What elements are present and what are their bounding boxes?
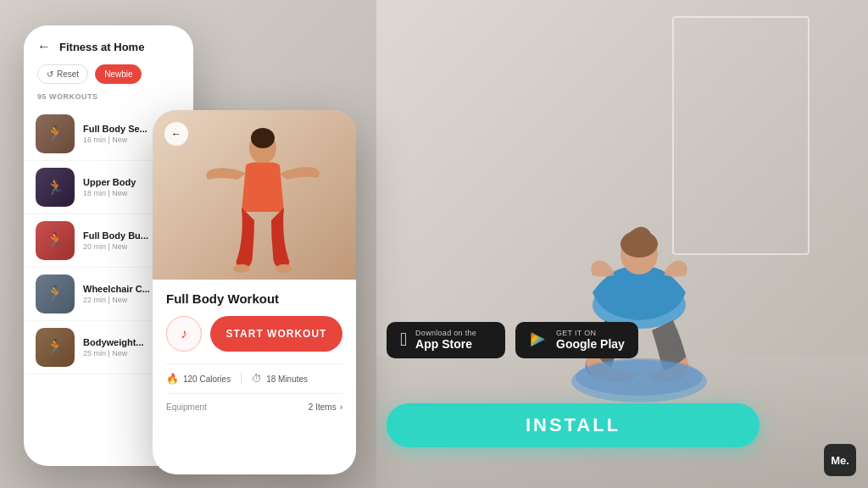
svg-point-11 [233,264,250,273]
store-buttons-container:  Download on the App Store [387,322,638,358]
duration-value: 18 Minutes [266,374,308,384]
install-button[interactable]: INSTALL [387,403,760,447]
workout-thumbnail: 🏃 [36,328,75,367]
chevron-right-icon: › [340,402,342,412]
svg-marker-14 [531,334,544,347]
svg-point-5 [620,230,658,258]
music-button[interactable]: ♪ [166,316,202,352]
svg-point-12 [275,264,292,273]
workouts-count: 95 WORKOUTS [24,92,193,108]
phone2-content: Full Body Workout ♪ START WORKOUT 🔥 120 … [153,280,356,424]
google-play-name: Google Play [556,337,625,352]
start-workout-button[interactable]: START WORKOUT [210,316,342,352]
apple-icon:  [400,329,407,351]
equipment-row[interactable]: Equipment 2 Items › [166,402,342,412]
equipment-label: Equipment [166,402,207,412]
calories-value: 120 Calories [183,374,231,384]
google-play-text: GET IT ON Google Play [556,329,625,352]
equipment-value-row[interactable]: 2 Items › [309,402,342,412]
google-play-button[interactable]: GET IT ON Google Play [515,322,638,358]
reset-label: Reset [57,69,79,79]
clock-icon: ⏱ [252,373,262,385]
hero-image: ← [153,110,356,280]
svg-point-7 [576,358,703,396]
app-store-sub: Download on the [415,329,476,337]
app-store-name: App Store [415,337,476,352]
music-icon: ♪ [181,326,187,341]
duration-stat: ⏱ 18 Minutes [252,373,308,385]
store-row:  Download on the App Store [387,322,638,358]
workout-thumbnail: 🏃 [36,221,75,260]
filter-row: ↺ Reset Newbie [24,61,193,92]
back-icon: ← [171,128,181,140]
calories-stat: 🔥 120 Calories [166,373,231,385]
phone2-back-button[interactable]: ← [164,122,188,146]
reset-filter-button[interactable]: ↺ Reset [37,64,88,84]
workout-title: Full Body Workout [166,291,342,306]
reset-icon: ↺ [47,69,53,79]
phone1-title: Fitness at Home [59,41,144,53]
newbie-filter-button[interactable]: Newbie [95,64,142,84]
phone1-header: ← Fitness at Home [24,25,193,61]
app-store-text: Download on the App Store [415,329,476,352]
app-store-button[interactable]:  Download on the App Store [387,322,505,358]
workout-thumbnail: 🏃 [36,114,75,153]
google-play-icon [529,330,548,349]
back-arrow-icon[interactable]: ← [37,39,51,54]
phone-detail: ← [153,110,356,474]
svg-point-10 [251,128,275,148]
workout-thumbnail: 🏃 [36,168,75,207]
install-label: INSTALL [526,414,620,436]
stat-divider [241,373,242,385]
fire-icon: 🔥 [166,373,179,385]
newbie-label: Newbie [104,69,132,79]
equipment-value: 2 Items [309,402,337,412]
music-start-row: ♪ START WORKOUT [166,316,342,352]
workout-thumbnail: 🏃 [36,274,75,313]
stats-row: 🔥 120 Calories ⏱ 18 Minutes [166,363,342,394]
me-logo: Me. [824,444,856,476]
google-play-sub: GET IT ON [556,329,625,337]
